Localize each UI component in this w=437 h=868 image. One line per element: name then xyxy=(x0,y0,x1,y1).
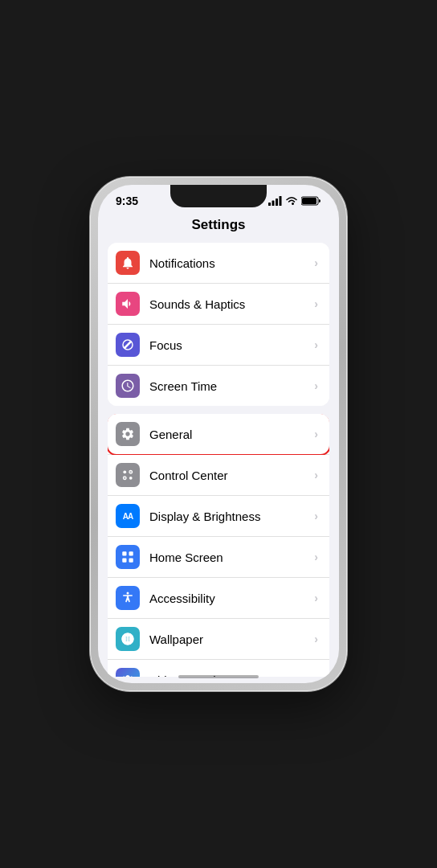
siri-icon xyxy=(116,668,140,677)
svg-rect-13 xyxy=(129,559,133,563)
wifi-icon xyxy=(285,196,298,206)
battery-icon xyxy=(301,196,321,206)
notch xyxy=(170,185,267,207)
settings-item-siri[interactable]: Siri & Search › xyxy=(108,660,329,677)
phone-frame: 9:35 xyxy=(90,177,347,691)
display-label: Display & Brightness xyxy=(149,510,314,523)
home-screen-chevron: › xyxy=(314,551,318,563)
screen-time-icon xyxy=(116,374,140,398)
screen-time-label: Screen Time xyxy=(149,379,314,393)
accessibility-chevron: › xyxy=(314,592,318,604)
settings-item-notifications[interactable]: Notifications › xyxy=(108,243,329,284)
notifications-chevron: › xyxy=(314,256,318,269)
home-screen-icon xyxy=(116,545,140,569)
status-icons xyxy=(268,196,321,206)
svg-rect-10 xyxy=(122,551,126,555)
siri-chevron: › xyxy=(314,674,318,677)
sounds-label: Sounds & Haptics xyxy=(149,297,314,311)
svg-point-14 xyxy=(127,592,129,595)
general-chevron: › xyxy=(314,428,318,440)
settings-item-control-center[interactable]: Control Center › xyxy=(108,455,329,496)
focus-chevron: › xyxy=(314,338,318,351)
settings-group-2: General › Control Center › xyxy=(108,414,329,677)
focus-label: Focus xyxy=(149,338,314,352)
general-label: General xyxy=(149,428,314,441)
home-bar xyxy=(178,675,259,678)
home-screen-label: Home Screen xyxy=(149,551,314,564)
svg-point-16 xyxy=(125,675,131,677)
phone-screen: 9:35 xyxy=(98,185,339,683)
svg-rect-0 xyxy=(268,203,271,206)
wallpaper-chevron: › xyxy=(314,633,318,645)
control-center-icon xyxy=(116,463,140,487)
settings-item-display[interactable]: AA Display & Brightness › xyxy=(108,496,329,537)
svg-rect-11 xyxy=(129,551,133,555)
settings-item-sounds[interactable]: Sounds & Haptics › xyxy=(108,284,329,325)
settings-item-focus[interactable]: Focus › xyxy=(108,325,329,366)
display-icon: AA xyxy=(116,504,140,528)
svg-rect-1 xyxy=(272,201,275,207)
svg-point-9 xyxy=(129,477,133,480)
accessibility-label: Accessibility xyxy=(149,592,314,605)
notifications-icon xyxy=(116,251,140,275)
svg-rect-2 xyxy=(276,199,278,206)
settings-item-screen-time[interactable]: Screen Time › xyxy=(108,366,329,406)
sounds-icon xyxy=(116,292,140,316)
sounds-chevron: › xyxy=(314,297,318,310)
display-chevron: › xyxy=(314,510,318,522)
svg-rect-3 xyxy=(280,196,282,206)
page-title: Settings xyxy=(98,211,339,243)
signal-icon xyxy=(268,196,282,206)
svg-rect-5 xyxy=(302,198,317,204)
status-time: 9:35 xyxy=(116,194,138,207)
general-icon xyxy=(116,422,140,446)
screen-time-chevron: › xyxy=(314,379,318,392)
svg-point-8 xyxy=(123,477,126,480)
control-center-chevron: › xyxy=(314,469,318,481)
notifications-label: Notifications xyxy=(149,256,314,270)
wallpaper-label: Wallpaper xyxy=(149,633,314,646)
svg-point-6 xyxy=(123,470,126,473)
accessibility-icon xyxy=(116,586,140,610)
svg-point-7 xyxy=(129,470,133,473)
settings-item-wallpaper[interactable]: Wallpaper › xyxy=(108,619,329,660)
control-center-label: Control Center xyxy=(149,469,314,482)
settings-group-1: Notifications › Sounds & Haptics › xyxy=(108,243,329,406)
settings-item-accessibility[interactable]: Accessibility › xyxy=(108,578,329,619)
settings-item-general[interactable]: General › xyxy=(108,414,329,455)
wallpaper-icon xyxy=(116,627,140,651)
settings-scroll[interactable]: Settings Notifications › xyxy=(98,211,339,677)
settings-item-home-screen[interactable]: Home Screen › xyxy=(108,537,329,578)
svg-rect-12 xyxy=(122,559,126,563)
focus-icon xyxy=(116,333,140,357)
